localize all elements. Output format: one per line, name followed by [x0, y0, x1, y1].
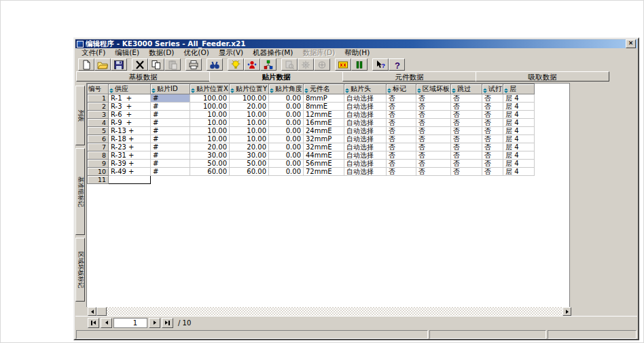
cell-place-x[interactable]: 100.00	[190, 103, 230, 111]
cell-angle[interactable]: 0.00	[269, 94, 304, 103]
tab-pickup-data[interactable]: 吸取数据	[476, 71, 609, 82]
scroll-thumb[interactable]	[96, 307, 107, 316]
cell-head[interactable]: 自动选择	[344, 143, 387, 151]
row-header[interactable]: 7	[88, 143, 109, 151]
print-button[interactable]	[185, 58, 202, 71]
tab-placement-data[interactable]: 贴片数据	[209, 71, 343, 82]
row-header[interactable]: 2	[88, 103, 109, 111]
cell-angle[interactable]: 0.00	[269, 111, 304, 119]
cell-mark[interactable]: 否	[387, 160, 416, 168]
feeder-check-button[interactable]	[335, 58, 351, 71]
col-header-head[interactable]: 贴片头	[344, 84, 387, 94]
cell-place-x[interactable]: 10.00	[190, 127, 230, 135]
cell-part-name[interactable]: 32mmE	[304, 143, 344, 151]
cell-part-name[interactable]: 8mmP	[304, 94, 344, 103]
cell-angle[interactable]: 0.00	[269, 143, 304, 151]
cell-layer[interactable]	[503, 176, 535, 184]
cell-angle[interactable]	[269, 176, 304, 184]
cell-chip-id[interactable]: #	[151, 160, 190, 168]
cell-head[interactable]: 自动选择	[344, 119, 387, 127]
menu-item-view[interactable]: 显示(V)	[214, 48, 248, 58]
cell-layer[interactable]: 层 4	[503, 151, 535, 160]
cell-head[interactable]	[344, 176, 387, 184]
cell-supply[interactable]: R-23 +	[109, 143, 151, 151]
cell-bad-board[interactable]: 否	[416, 135, 451, 143]
cell-place-y[interactable]: 50.00	[230, 160, 269, 168]
cell-head[interactable]: 自动选择	[344, 127, 387, 135]
cell-supply[interactable]: R-13 +	[109, 127, 151, 135]
find-button[interactable]	[207, 58, 223, 71]
cell-part-name[interactable]	[304, 176, 344, 184]
cell-trial[interactable]: 否	[482, 135, 503, 143]
pause-bars-button[interactable]	[351, 58, 368, 71]
cell-head[interactable]: 自动选择	[344, 160, 387, 168]
help-button[interactable]: ?	[389, 58, 405, 71]
cell-bad-board[interactable]: 否	[416, 143, 451, 151]
cell-layer[interactable]: 层 4	[503, 135, 535, 143]
cell-angle[interactable]: 0.00	[269, 127, 304, 135]
col-header-place-x[interactable]: 贴片位置X	[190, 84, 230, 94]
placement-points-button[interactable]	[244, 58, 260, 71]
cell-place-y[interactable]: 10.00	[230, 111, 269, 119]
col-header-layer[interactable]: 层	[503, 84, 535, 94]
col-header-skip[interactable]: 跳过	[451, 84, 482, 94]
cell-angle[interactable]: 0.00	[269, 119, 304, 127]
cell-mark[interactable]: 否	[387, 143, 416, 151]
cell-layer[interactable]: 层 4	[503, 103, 535, 111]
col-header-mark[interactable]: 标记	[387, 84, 416, 94]
cell-supply[interactable]: R-18 +	[109, 135, 151, 143]
cell-trial[interactable]: 否	[482, 151, 503, 160]
cell-place-x[interactable]: 10.00	[190, 119, 230, 127]
cell-place-y[interactable]: 20.00	[230, 103, 269, 111]
cell-head[interactable]: 自动选择	[344, 103, 387, 111]
side-tab-fiducial-marks[interactable]: 基准组标记	[75, 148, 85, 235]
cell-chip-id[interactable]: #	[151, 168, 190, 176]
col-header-chip-id[interactable]: 贴片ID	[151, 84, 190, 94]
cell-chip-id[interactable]: #	[151, 143, 190, 151]
cell-bad-board[interactable]: 否	[416, 127, 451, 135]
cell-mark[interactable]: 否	[387, 168, 416, 176]
menu-item-help[interactable]: 帮助(H)	[340, 48, 374, 58]
cell-skip[interactable]: 否	[451, 103, 482, 111]
cell-mark[interactable]: 否	[387, 135, 416, 143]
cell-bad-board[interactable]	[416, 176, 451, 184]
cell-trial[interactable]: 否	[482, 119, 503, 127]
cell-part-name[interactable]: 32mmP	[304, 135, 344, 143]
copy-button[interactable]	[148, 58, 164, 71]
component-cluster-button[interactable]	[260, 58, 276, 71]
delete-button[interactable]	[132, 58, 148, 71]
cell-bad-board[interactable]: 否	[416, 119, 451, 127]
cell-skip[interactable]: 否	[451, 94, 482, 103]
cell-supply[interactable]: R-49 +	[109, 168, 151, 176]
cell-bad-board[interactable]: 否	[416, 111, 451, 119]
page-number-input[interactable]	[113, 318, 147, 328]
tab-component-data[interactable]: 元件数据	[342, 71, 476, 82]
cell-place-x[interactable]: 60.00	[190, 168, 230, 176]
side-tab-bad-board-marks[interactable]: 区域坏板标记	[75, 238, 85, 302]
cell-part-name[interactable]: 56mmE	[304, 160, 344, 168]
row-header[interactable]: 3	[88, 111, 109, 119]
cell-layer[interactable]: 层 4	[503, 127, 535, 135]
row-header[interactable]: 5	[88, 127, 109, 135]
cell-head[interactable]: 自动选择	[344, 94, 387, 103]
save-button[interactable]	[111, 58, 127, 71]
cell-part-name[interactable]: 72mmE	[304, 168, 344, 176]
col-header-angle[interactable]: 贴片角度	[269, 84, 304, 94]
cell-place-y[interactable]: 10.00	[230, 127, 269, 135]
cell-angle[interactable]: 0.00	[269, 160, 304, 168]
cell-mark[interactable]	[387, 176, 416, 184]
row-header[interactable]: 11	[88, 176, 109, 184]
cell-head[interactable]: 自动选择	[344, 151, 387, 160]
nav-prev-button[interactable]	[101, 318, 112, 328]
cell-place-x[interactable]: 30.00	[190, 151, 230, 160]
cell-place-y[interactable]	[230, 176, 269, 184]
cell-angle[interactable]: 0.00	[269, 103, 304, 111]
cell-skip[interactable]: 否	[451, 119, 482, 127]
corner-header[interactable]: 编号	[88, 84, 109, 94]
menu-item-edit[interactable]: 编辑(E)	[110, 48, 144, 58]
cell-place-y[interactable]: 10.00	[230, 119, 269, 127]
cell-supply[interactable]: R-9 +	[109, 119, 151, 127]
cell-part-name[interactable]: 12mmE	[304, 111, 344, 119]
col-header-part-name[interactable]: 元件名	[304, 84, 344, 94]
cell-part-name[interactable]: 16mmE	[304, 119, 344, 127]
